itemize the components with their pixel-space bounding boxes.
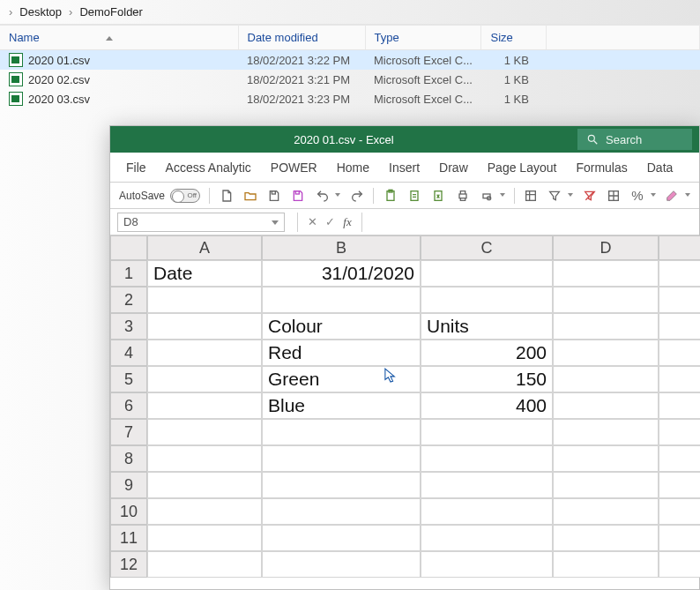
cell[interactable] (553, 445, 659, 472)
tab-page-layout[interactable]: Page Layout (488, 161, 557, 175)
file-row[interactable]: 2020 01.csv 18/02/2021 3:22 PM Microsoft… (0, 50, 700, 71)
cell[interactable]: 400 (421, 392, 553, 419)
cell[interactable] (421, 472, 553, 498)
autosave-toggle[interactable]: AutoSave Off (119, 189, 200, 203)
cell[interactable] (421, 260, 553, 287)
toggle-off-icon[interactable]: Off (170, 189, 200, 203)
cell[interactable] (421, 287, 553, 313)
redo-icon[interactable] (349, 188, 364, 204)
cell[interactable] (553, 419, 659, 445)
tab-formulas[interactable]: Formulas (576, 161, 627, 175)
cell[interactable] (659, 260, 700, 287)
cell[interactable] (262, 498, 421, 525)
cell[interactable] (147, 472, 262, 498)
name-box[interactable]: D8 (117, 213, 285, 232)
cell[interactable] (147, 366, 262, 392)
new-file-icon[interactable] (219, 188, 234, 204)
cell[interactable]: Green (262, 366, 421, 392)
cell[interactable] (147, 498, 262, 525)
cell[interactable] (147, 525, 262, 551)
cell[interactable] (553, 498, 659, 525)
row-header[interactable]: 4 (110, 340, 147, 366)
row-header[interactable]: 2 (110, 287, 147, 313)
row-header[interactable]: 12 (110, 551, 147, 578)
column-header-name[interactable]: Name (0, 26, 238, 50)
cell[interactable] (147, 392, 262, 419)
cell[interactable] (553, 366, 659, 392)
cell[interactable] (659, 287, 700, 313)
paste-icon[interactable] (383, 188, 398, 204)
filter-icon[interactable] (547, 188, 562, 204)
col-header-d[interactable]: D (553, 235, 659, 260)
breadcrumb[interactable]: › Desktop › DemoFolder (0, 0, 700, 25)
cell[interactable] (553, 260, 659, 287)
column-header-date[interactable]: Date modified (238, 26, 365, 50)
cell[interactable] (659, 313, 700, 340)
cell[interactable] (421, 445, 553, 472)
cell[interactable] (659, 445, 700, 472)
print-icon[interactable] (455, 188, 470, 204)
cell[interactable] (147, 313, 262, 340)
open-folder-icon[interactable] (242, 188, 257, 204)
cell[interactable] (147, 287, 262, 313)
cell[interactable] (421, 551, 553, 578)
tab-data[interactable]: Data (647, 161, 674, 175)
percent-icon[interactable]: % (629, 188, 644, 204)
cell[interactable] (147, 419, 262, 445)
title-search[interactable]: Search (577, 129, 692, 150)
row-header[interactable]: 10 (110, 498, 147, 525)
cell[interactable] (659, 340, 700, 366)
tab-draw[interactable]: Draw (439, 161, 468, 175)
cell[interactable]: Units (421, 313, 553, 340)
save-icon[interactable] (266, 188, 281, 204)
undo-icon[interactable] (315, 188, 330, 204)
cell[interactable] (553, 392, 659, 419)
file-row[interactable]: 2020 03.csv 18/02/2021 3:23 PM Microsoft… (0, 89, 700, 108)
cell[interactable]: Date (147, 260, 262, 287)
cell[interactable] (659, 366, 700, 392)
select-all-corner[interactable] (110, 235, 147, 260)
breadcrumb-segment[interactable]: DemoFolder (79, 5, 143, 19)
cell[interactable]: 200 (421, 340, 553, 366)
col-header-e[interactable]: E (659, 235, 700, 260)
row-header[interactable]: 5 (110, 366, 147, 392)
cell[interactable] (553, 340, 659, 366)
tab-home[interactable]: Home (337, 161, 369, 175)
fx-icon[interactable]: fx (339, 215, 356, 229)
cell[interactable] (553, 551, 659, 578)
row-header[interactable]: 6 (110, 392, 147, 419)
column-header-size[interactable]: Size (481, 26, 547, 50)
cell[interactable]: 31/01/2020 (262, 260, 421, 287)
cell[interactable] (659, 392, 700, 419)
spreadsheet-grid[interactable]: A B C D E F 1 Date 31/01/2020 2 3 Colour… (110, 235, 699, 578)
row-header[interactable]: 8 (110, 445, 147, 472)
save-as-icon[interactable] (291, 188, 306, 204)
paste-special-icon[interactable] (407, 188, 422, 204)
cell[interactable] (553, 472, 659, 498)
freeze-panes-icon[interactable] (523, 188, 538, 204)
col-header-b[interactable]: B (262, 235, 421, 260)
tab-power[interactable]: POWER (271, 161, 317, 175)
chevron-down-icon[interactable] (272, 220, 279, 225)
cell[interactable] (553, 525, 659, 551)
formula-input[interactable] (361, 213, 699, 232)
cell[interactable] (262, 525, 421, 551)
cell[interactable] (147, 551, 262, 578)
cell[interactable] (659, 551, 700, 578)
cell[interactable] (659, 525, 700, 551)
cell[interactable] (262, 551, 421, 578)
cell[interactable] (553, 287, 659, 313)
clear-filter-icon[interactable] (582, 188, 597, 204)
print-preview-icon[interactable] (479, 188, 494, 204)
col-header-c[interactable]: C (421, 235, 553, 260)
cell[interactable] (659, 419, 700, 445)
cell[interactable] (147, 340, 262, 366)
eraser-icon[interactable] (665, 188, 680, 204)
column-header-type[interactable]: Type (365, 26, 481, 50)
cell[interactable]: Colour (262, 313, 421, 340)
file-row[interactable]: 2020 02.csv 18/02/2021 3:21 PM Microsoft… (0, 70, 700, 89)
cell[interactable] (262, 472, 421, 498)
col-header-a[interactable]: A (147, 235, 262, 260)
cell[interactable] (421, 498, 553, 525)
row-header[interactable]: 3 (110, 313, 147, 340)
